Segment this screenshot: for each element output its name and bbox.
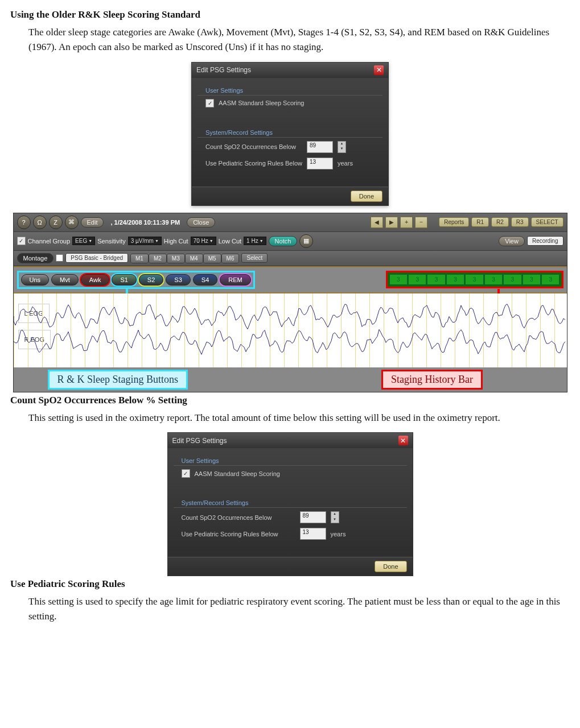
icon-grid[interactable]: ▦ [299,234,313,248]
stage-buttons-group: UnsMvtAwkS1S2S3S4REM [17,271,255,289]
stage-s1[interactable]: S1 [112,274,136,286]
hist-cell: 3 [465,274,483,285]
hist-cell: 3 [541,274,560,285]
edit-button[interactable]: Edit [81,217,104,228]
stage-s3[interactable]: S3 [166,274,190,286]
montage-m2[interactable]: M2 [149,254,167,263]
hist-cell: 3 [503,274,521,285]
label-lc: Low Cut [219,238,241,245]
stage-rem[interactable]: REM [220,274,250,286]
hist-cell: 3 [389,274,408,285]
montage-m6[interactable]: M6 [221,254,240,263]
para-ped: This setting is used to specify the age … [28,594,570,624]
nav-sub[interactable]: − [415,217,427,228]
checkbox-aasm-label-2: AASM Standard Sleep Scoring [195,470,280,477]
r3-button[interactable]: R3 [511,217,529,227]
recording-label: Recording [527,236,563,246]
spinner-spo2[interactable]: ▲▼ [338,141,346,153]
staging-history-bar: 333333333 [386,271,563,288]
nav-prev[interactable]: ◀ [371,217,383,228]
stage-s4[interactable]: S4 [193,274,217,286]
close-button[interactable]: Close [187,217,215,228]
checkbox-aasm-label: AASM Standard Sleep Scoring [219,100,304,106]
notch-button[interactable]: Notch [269,236,298,246]
dialog-title: Edit PSG Settings [196,66,251,74]
montage-m4[interactable]: M4 [185,254,203,263]
montage-m1[interactable]: M1 [130,254,149,263]
input-ped-2[interactable]: 13 [300,528,326,540]
montage-select-button[interactable]: Select [241,253,268,263]
section-system-settings-2: System/Record Settings [174,494,407,508]
heading-spo2: Count SpO2 Occurrences Below % Setting [10,395,570,406]
caption-history-bar: Staging History Bar [381,370,483,390]
hist-cell: 3 [408,274,426,285]
stage-mvt[interactable]: Mvt [51,274,79,286]
input-ped[interactable]: 13 [307,158,333,169]
checkbox-cg[interactable]: ✓ [17,237,26,245]
done-button[interactable]: Done [351,191,382,202]
checkbox-aasm-2[interactable]: ✓ [182,469,190,478]
waveform-area: L EOG R EOG [14,293,567,367]
caption-rk-buttons: R & K Sleep Staging Buttons [48,370,188,390]
dropdown-sens[interactable]: 3 µV/mm▼ [128,237,162,245]
para-spo2: This setting is used in the oximetry rep… [28,411,570,425]
dropdown-eeg[interactable]: EEG▼ [72,237,95,245]
help-icon[interactable]: ? [17,216,31,229]
montage-button[interactable]: Montage [17,253,54,263]
dialog-title-2: Edit PSG Settings [172,437,227,445]
checkbox-montage[interactable] [56,254,63,262]
dropdown-hc[interactable]: 70 Hz▼ [191,237,216,245]
select-button[interactable]: SELECT [531,217,563,227]
checkbox-aasm[interactable]: ✓ [205,99,214,107]
hist-cell: 3 [484,274,503,285]
label-ped: Use Pediatric Scoring Rules Below [205,160,302,167]
label-cg: Channel Group [28,238,71,245]
label-spo2: Count SpO2 Occurrences Below [205,143,302,150]
montage-m3[interactable]: M3 [167,254,185,263]
label-hc: High Cut [164,238,188,245]
close-icon-2[interactable]: ✕ [398,436,408,445]
dialog-edit-psg-1: Edit PSG Settings✕ User Settings ✓AASM S… [191,62,389,206]
nav-add[interactable]: + [400,217,413,228]
label-spo2-2: Count SpO2 Occurrences Below [182,514,295,521]
icon-misc[interactable]: ⌘ [65,216,79,229]
nav-next[interactable]: ▶ [385,217,398,228]
heading-rk: Using the Older R&K Sleep Scoring Standa… [10,9,570,20]
dropdown-lc[interactable]: 1 Hz▼ [244,237,266,245]
r1-button[interactable]: R1 [471,217,489,227]
section-user-settings-2: User Settings [174,452,407,466]
hist-cell: 3 [523,274,541,285]
para-rk: The older sleep stage categories are Awa… [28,25,570,55]
stage-awk[interactable]: Awk [81,274,110,286]
screenshot-toolbar: ? Ω Z ⌘ Edit , 1/24/2008 10:11:39 PM Clo… [13,213,567,392]
dialog-edit-psg-2: Edit PSG Settings✕ User Settings ✓AASM S… [167,432,413,576]
r2-button[interactable]: R2 [491,217,509,227]
timestamp: , 1/24/2008 10:11:39 PM [110,219,180,226]
section-system-settings: System/Record Settings [198,123,382,138]
close-icon[interactable]: ✕ [374,65,384,75]
montage-name: PSG Basic - Bridged [65,253,128,263]
view-button[interactable]: View [499,236,525,246]
stage-s2[interactable]: S2 [139,274,163,286]
label-sens: Sensitivity [97,238,126,245]
hist-cell: 3 [446,274,464,285]
hist-cell: 3 [427,274,445,285]
unit-years: years [338,160,353,167]
input-spo2-2[interactable]: 89 [300,511,326,523]
reports-button[interactable]: Reports [439,217,469,227]
done-button-2[interactable]: Done [375,561,406,572]
montage-m5[interactable]: M5 [203,254,221,263]
icon-z[interactable]: Z [49,216,63,229]
heading-ped: Use Pediatric Scoring Rules [10,578,570,590]
input-spo2[interactable]: 89 [307,141,333,153]
stage-uns[interactable]: Uns [21,274,50,286]
spinner-spo2-2[interactable]: ▲▼ [331,511,339,523]
icon-omega[interactable]: Ω [33,216,47,229]
unit-years-2: years [331,531,346,537]
section-user-settings: User Settings [198,81,382,96]
label-ped-2: Use Pediatric Scoring Rules Below [182,531,295,537]
